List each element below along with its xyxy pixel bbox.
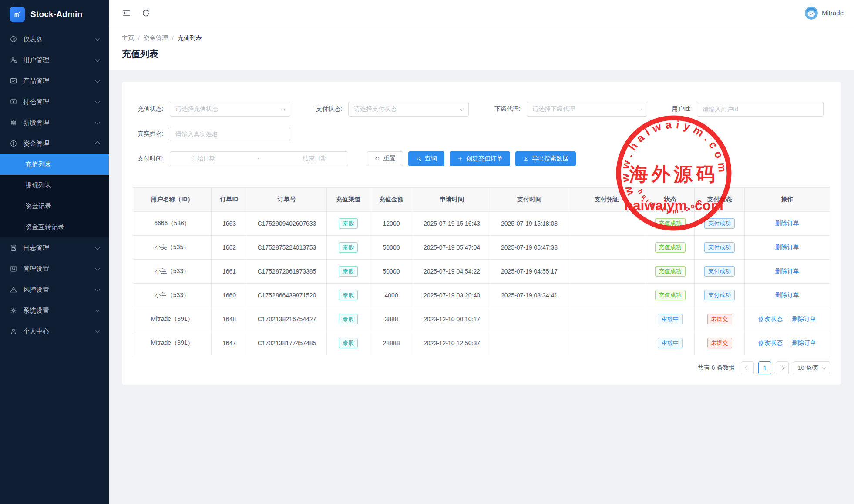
collapse-sidebar-icon[interactable] xyxy=(122,8,131,18)
modify-status-link[interactable]: 修改状态 xyxy=(758,339,783,346)
delete-order-link[interactable]: 删除订单 xyxy=(775,267,800,274)
refresh-icon[interactable] xyxy=(141,8,151,18)
export-data-button[interactable]: 导出搜索数据 xyxy=(515,151,576,166)
filter-pay-status: 支付状态: 请选择支付状态 xyxy=(311,102,469,117)
sidebar-item-system-settings[interactable]: 系统设置 xyxy=(0,300,109,321)
fund-submenu: 充值列表 提现列表 资金记录 资金互转记录 xyxy=(0,154,109,237)
delete-order-link[interactable]: 删除订单 xyxy=(775,220,800,227)
cell-channel: 泰股 xyxy=(327,284,370,307)
cell-voucher xyxy=(568,212,646,236)
breadcrumb-current: 充值列表 xyxy=(178,34,202,42)
cell-voucher xyxy=(568,331,646,355)
sidebar-subitem-label: 资金互转记录 xyxy=(25,223,64,231)
table-row: 小兰（533） 1661 C1752872061973385 泰股 50000 … xyxy=(133,260,830,284)
cell-pay-status: 未提交 xyxy=(695,307,745,331)
cell-apply-time: 2025-07-19 03:20:40 xyxy=(413,284,491,307)
cell-order-id: 1660 xyxy=(212,284,247,307)
sidebar-item-label: 用户管理 xyxy=(23,56,90,64)
top-header: Mitrade xyxy=(109,0,854,26)
modify-status-link[interactable]: 修改状态 xyxy=(758,315,783,322)
pay-status-select[interactable]: 请选择支付状态 xyxy=(348,102,469,117)
next-page-button[interactable] xyxy=(776,361,789,374)
sidebar-item-dashboard[interactable]: 仪表盘 xyxy=(0,29,109,50)
cell-order-id: 1648 xyxy=(212,307,247,331)
sidebar-item-product-management[interactable]: 产品管理 xyxy=(0,70,109,91)
status-badge: 审核中 xyxy=(658,338,683,348)
breadcrumb-home[interactable]: 主页 xyxy=(122,34,134,42)
reset-label: 重置 xyxy=(383,155,396,163)
cell-apply-time: 2025-07-19 05:47:04 xyxy=(413,236,491,260)
status-badge: 充值成功 xyxy=(655,242,686,253)
sidebar-item-admin-settings[interactable]: 管理设置 xyxy=(0,258,109,279)
col-amount: 充值金额 xyxy=(370,188,413,212)
sidebar-item-label: 新股管理 xyxy=(23,119,90,127)
col-order-no: 订单号 xyxy=(247,188,327,212)
filter-label: 真实姓名: xyxy=(133,130,170,138)
page-size-select[interactable]: 10 条/页 xyxy=(793,361,830,374)
breadcrumb: 主页 / 资金管理 / 充值列表 xyxy=(122,34,841,42)
page-size-value: 10 条/页 xyxy=(798,364,819,372)
chevron-down-icon xyxy=(95,57,100,62)
cell-order-no: C1752866439871520 xyxy=(247,284,327,307)
action-divider xyxy=(787,316,787,322)
reset-button[interactable]: 重置 xyxy=(367,151,403,166)
candlestick-icon xyxy=(10,119,17,127)
sidebar-item-profile[interactable]: 个人中心 xyxy=(0,321,109,342)
search-label: 查询 xyxy=(425,155,437,163)
sidebar-subitem-fund-transfer-records[interactable]: 资金互转记录 xyxy=(0,217,109,237)
sidebar-item-log-management[interactable]: 日志管理 xyxy=(0,237,109,258)
col-channel: 充值渠道 xyxy=(327,188,370,212)
user-id-input[interactable] xyxy=(697,102,824,117)
breadcrumb-separator: / xyxy=(172,35,174,42)
pay-status-badge: 支付成功 xyxy=(704,218,735,229)
sidebar-subitem-recharge-list[interactable]: 充值列表 xyxy=(0,154,109,175)
pay-time-range-picker[interactable]: 开始日期 ~ 结束日期 xyxy=(170,151,348,166)
cell-order-id: 1662 xyxy=(212,236,247,260)
cell-apply-time: 2025-07-19 15:16:43 xyxy=(413,212,491,236)
download-icon xyxy=(523,156,529,162)
chart-icon xyxy=(10,77,17,85)
filter-real-name: 真实姓名: xyxy=(133,127,290,141)
filter-pay-time: 支付时间: 开始日期 ~ 结束日期 xyxy=(133,151,348,166)
sidebar-subitem-withdraw-list[interactable]: 提现列表 xyxy=(0,175,109,196)
search-button[interactable]: 查询 xyxy=(408,151,444,166)
chevron-down-icon xyxy=(95,99,100,103)
breadcrumb-fund-management[interactable]: 资金管理 xyxy=(144,34,168,42)
cell-channel: 泰股 xyxy=(327,331,370,355)
col-actions: 操作 xyxy=(745,188,830,212)
prev-page-button[interactable] xyxy=(741,361,754,374)
delete-order-link[interactable]: 删除订单 xyxy=(775,291,800,298)
create-recharge-order-button[interactable]: 创建充值订单 xyxy=(450,151,510,166)
delete-order-link[interactable]: 删除订单 xyxy=(792,339,816,346)
chevron-down-icon xyxy=(95,307,100,312)
cell-pay-status: 支付成功 xyxy=(695,260,745,284)
real-name-input[interactable] xyxy=(170,127,290,141)
cell-channel: 泰股 xyxy=(327,212,370,236)
cell-pay-status: 未提交 xyxy=(695,331,745,355)
sidebar-item-fund-management[interactable]: 资金管理 xyxy=(0,133,109,154)
breadcrumb-separator: / xyxy=(138,35,140,42)
chevron-down-icon xyxy=(460,107,464,111)
chevron-down-icon xyxy=(95,36,100,41)
sidebar-subitem-fund-records[interactable]: 资金记录 xyxy=(0,196,109,217)
page-number-button[interactable]: 1 xyxy=(758,361,771,374)
user-menu[interactable]: Mitrade xyxy=(805,7,844,20)
agent-select[interactable]: 请选择下级代理 xyxy=(527,102,647,117)
recharge-status-select[interactable]: 请选择充值状态 xyxy=(170,102,290,117)
delete-order-link[interactable]: 删除订单 xyxy=(775,244,800,250)
cell-status: 充值成功 xyxy=(646,236,695,260)
cell-status: 充值成功 xyxy=(646,284,695,307)
filter-label: 下级代理: xyxy=(490,105,527,113)
delete-order-link[interactable]: 删除订单 xyxy=(792,315,816,322)
col-user: 用户名称（ID） xyxy=(133,188,212,212)
status-badge: 充值成功 xyxy=(655,266,686,277)
sidebar-item-position-management[interactable]: 持仓管理 xyxy=(0,91,109,112)
col-status: 状态 xyxy=(646,188,695,212)
search-icon xyxy=(416,156,422,162)
sidebar-item-label: 产品管理 xyxy=(23,77,90,85)
cell-order-no: C1702138216754427 xyxy=(247,307,327,331)
sidebar-item-user-management[interactable]: 用户管理 xyxy=(0,50,109,70)
channel-tag: 泰股 xyxy=(339,242,358,253)
sidebar-item-risk-settings[interactable]: 风控设置 xyxy=(0,279,109,300)
sidebar-item-ipo-management[interactable]: 新股管理 xyxy=(0,112,109,133)
